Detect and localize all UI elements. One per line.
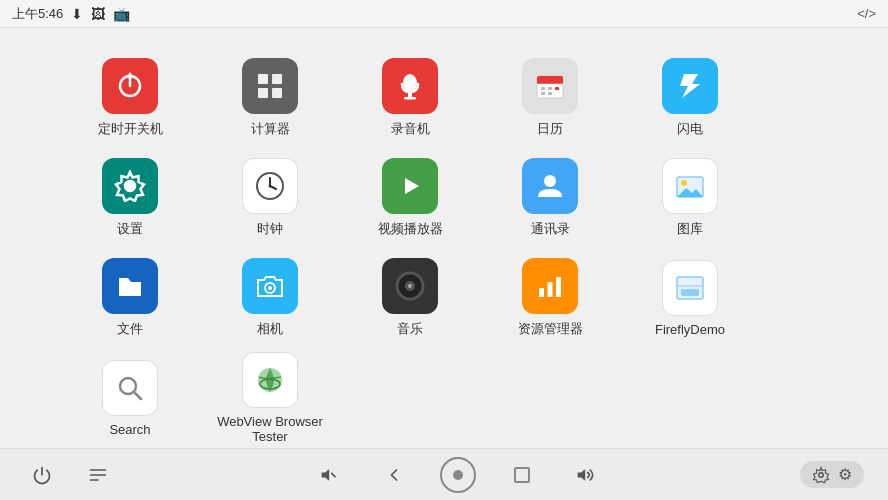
app-row-3: 文件 相机 音乐 资源管理器 FireflyDe (60, 248, 828, 348)
svg-rect-6 (272, 88, 282, 98)
svg-rect-9 (404, 97, 416, 100)
webview-icon (242, 352, 298, 408)
svg-rect-3 (258, 74, 268, 84)
svg-point-31 (268, 286, 272, 290)
search-label: Search (109, 422, 150, 437)
contacts-label: 通讯录 (531, 220, 570, 238)
svg-point-26 (544, 175, 556, 187)
taskbar-left (24, 457, 116, 493)
webview-label: WebView Browser Tester (200, 414, 340, 444)
taskbar: ⚙ (0, 448, 888, 500)
timer-switch-icon (102, 58, 158, 114)
svg-marker-25 (405, 178, 419, 194)
resource-manager-label: 资源管理器 (518, 320, 583, 338)
timer-switch-label: 定时开关机 (98, 120, 163, 138)
taskbar-center (312, 457, 604, 493)
svg-point-34 (408, 284, 412, 288)
taskbar-settings-pill[interactable]: ⚙ (800, 461, 864, 488)
svg-rect-16 (555, 87, 559, 90)
svg-rect-4 (272, 74, 282, 84)
calendar-icon (522, 58, 578, 114)
image-icon: 🖼 (91, 6, 105, 22)
app-video-player[interactable]: 视频播放器 (340, 148, 480, 248)
svg-rect-18 (548, 92, 552, 95)
svg-line-49 (332, 473, 335, 476)
app-timer-switch[interactable]: 定时开关机 (60, 48, 200, 148)
app-resource-manager[interactable]: 资源管理器 (480, 248, 620, 348)
app-files[interactable]: 文件 (60, 248, 200, 348)
app-row-2: 设置 时钟 视频播放器 通讯录 图库 (60, 148, 828, 248)
app-clock[interactable]: 时钟 (200, 148, 340, 248)
recorder-label: 录音机 (391, 120, 430, 138)
flash-label: 闪电 (677, 120, 703, 138)
flash-icon (662, 58, 718, 114)
code-icon: </> (857, 6, 876, 21)
app-firefly-demo[interactable]: FireflyDemo (620, 248, 760, 348)
settings-icon (102, 158, 158, 214)
files-icon (102, 258, 158, 314)
video-player-label: 视频播放器 (378, 220, 443, 238)
svg-rect-17 (541, 92, 545, 95)
calculator-icon (242, 58, 298, 114)
power-button[interactable] (24, 457, 60, 493)
app-grid: 定时开关机 计算器 录音机 日历 闪电 (0, 28, 888, 448)
calculator-label: 计算器 (251, 120, 290, 138)
clock-icon (242, 158, 298, 214)
svg-rect-14 (541, 87, 545, 90)
svg-rect-12 (537, 81, 563, 84)
app-recorder[interactable]: 录音机 (340, 48, 480, 148)
svg-line-42 (134, 392, 141, 399)
app-gallery[interactable]: 图库 (620, 148, 760, 248)
back-button[interactable] (376, 457, 412, 493)
svg-rect-15 (548, 87, 552, 90)
app-camera[interactable]: 相机 (200, 248, 340, 348)
app-music[interactable]: 音乐 (340, 248, 480, 348)
app-webview[interactable]: WebView Browser Tester (200, 348, 340, 448)
music-label: 音乐 (397, 320, 423, 338)
calendar-label: 日历 (537, 120, 563, 138)
svg-rect-36 (539, 288, 544, 297)
settings-pill-icon: ⚙ (838, 465, 852, 484)
svg-marker-48 (322, 469, 330, 481)
svg-rect-5 (258, 88, 268, 98)
status-right: </> (857, 6, 876, 21)
settings-label: 设置 (117, 220, 143, 238)
taskbar-right: ⚙ (800, 461, 864, 488)
svg-point-28 (681, 180, 687, 186)
resource-manager-icon (522, 258, 578, 314)
video-player-icon (382, 158, 438, 214)
app-contacts[interactable]: 通讯录 (480, 148, 620, 248)
svg-point-51 (819, 472, 824, 477)
app-calendar[interactable]: 日历 (480, 48, 620, 148)
svg-point-24 (269, 185, 272, 188)
status-left: 上午5:46 ⬇ 🖼 📺 (12, 5, 130, 23)
recents-button[interactable] (504, 457, 540, 493)
firefly-demo-icon (662, 260, 718, 316)
files-label: 文件 (117, 320, 143, 338)
camera-label: 相机 (257, 320, 283, 338)
gallery-icon (662, 158, 718, 214)
download-icon: ⬇ (71, 6, 83, 22)
camera-icon (242, 258, 298, 314)
device-icon: 📺 (113, 6, 130, 22)
status-bar: 上午5:46 ⬇ 🖼 📺 </> (0, 0, 888, 28)
gallery-label: 图库 (677, 220, 703, 238)
firefly-demo-label: FireflyDemo (655, 322, 725, 337)
app-search[interactable]: Search (60, 348, 200, 448)
search-app-icon (102, 360, 158, 416)
recorder-icon (382, 58, 438, 114)
app-flash[interactable]: 闪电 (620, 48, 760, 148)
app-calculator[interactable]: 计算器 (200, 48, 340, 148)
music-icon (382, 258, 438, 314)
volume-up-button[interactable] (568, 457, 604, 493)
svg-rect-38 (556, 277, 561, 297)
home-button[interactable] (440, 457, 476, 493)
app-row-4: Search WebView Browser Tester (60, 348, 828, 448)
svg-marker-50 (578, 469, 586, 481)
contacts-icon (522, 158, 578, 214)
app-settings[interactable]: 设置 (60, 148, 200, 248)
clock-label: 时钟 (257, 220, 283, 238)
menu-button[interactable] (80, 457, 116, 493)
svg-rect-40 (681, 289, 699, 296)
volume-down-button[interactable] (312, 457, 348, 493)
